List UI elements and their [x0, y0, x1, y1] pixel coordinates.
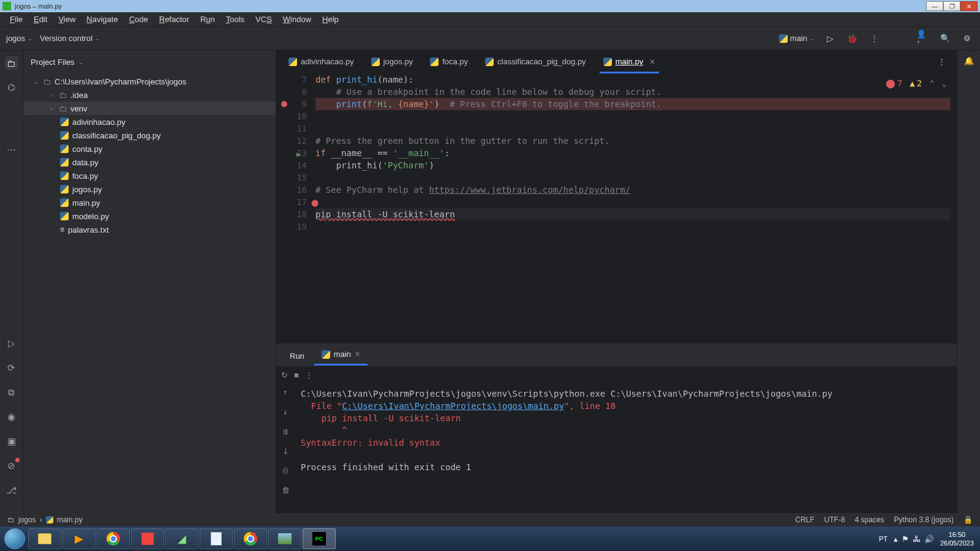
interpreter-label[interactable]: Python 3.8 (jogos): [894, 515, 954, 524]
python-packages-icon[interactable]: ⟳: [5, 361, 18, 375]
menu-navigate[interactable]: Navigate: [81, 13, 123, 26]
tree-file[interactable]: ≡palavras.txt: [23, 223, 276, 236]
taskbar-chrome[interactable]: [97, 528, 130, 549]
tray-arrow-icon[interactable]: ▴: [894, 534, 898, 544]
taskbar-media-player[interactable]: ▶: [62, 528, 96, 549]
clear-icon[interactable]: 🗑: [282, 484, 290, 497]
settings-icon[interactable]: ⚙: [960, 32, 974, 45]
tree-file[interactable]: adivinhacao.py: [23, 115, 276, 129]
inspection-widget[interactable]: ⬤7 ▲2 ⌃ ⌄: [886, 77, 947, 89]
menu-tools[interactable]: Tools: [221, 13, 249, 26]
error-count[interactable]: ⬤7: [886, 77, 902, 89]
rerun-icon[interactable]: ↻: [281, 370, 288, 380]
menu-file[interactable]: File: [5, 13, 28, 26]
code-area[interactable]: def print_hi(name): # Use a breakpoint i…: [312, 73, 957, 343]
menu-help[interactable]: Help: [317, 13, 344, 26]
editor-tab-active[interactable]: main.py✕: [595, 50, 665, 73]
run-tab-config[interactable]: main✕: [314, 345, 368, 365]
taskbar-chrome-2[interactable]: [234, 528, 267, 549]
close-button[interactable]: ✕: [960, 1, 978, 11]
close-tab-icon[interactable]: ✕: [355, 350, 360, 358]
run-config-dropdown[interactable]: main⌄: [779, 34, 815, 43]
expand-icon[interactable]: ›: [48, 92, 55, 99]
expand-icon[interactable]: ›: [48, 105, 55, 112]
structure-tool-icon[interactable]: ⌬: [5, 81, 18, 94]
terminal-tool-icon[interactable]: ▣: [5, 435, 18, 448]
tree-file[interactable]: modelo.py: [23, 209, 276, 223]
editor-tab[interactable]: jogos.py: [363, 50, 421, 73]
problems-tool-icon[interactable]: ⊘: [5, 459, 18, 473]
taskbar-notepad[interactable]: [200, 528, 233, 549]
tree-root[interactable]: ⌄🗀C:\Users\Ivan\PycharmProjects\jogos: [23, 75, 276, 88]
warning-count[interactable]: ▲2: [910, 77, 922, 89]
next-highlight-icon[interactable]: ⌄: [942, 77, 947, 89]
menu-refactor[interactable]: Refactor: [154, 13, 194, 26]
taskbar-clock[interactable]: 16:50 26/05/2023: [940, 530, 974, 547]
tray-flag-icon[interactable]: ⚑: [902, 534, 909, 544]
services-tool-icon[interactable]: ⧉: [5, 386, 18, 399]
run-button[interactable]: ▷: [823, 32, 837, 45]
indent-label[interactable]: 4 spaces: [855, 515, 884, 524]
tree-file[interactable]: main.py: [23, 196, 276, 209]
vcs-tool-icon[interactable]: ⎇: [5, 484, 18, 497]
breadcrumb[interactable]: 🗀jogos › main.py: [7, 515, 83, 524]
menu-window[interactable]: Window: [278, 13, 316, 26]
search-everywhere-icon[interactable]: 🔍: [938, 32, 952, 45]
menu-edit[interactable]: Edit: [29, 13, 52, 26]
editor-tab[interactable]: classificacao_pig_dog.py: [477, 50, 595, 73]
maximize-button[interactable]: ❐: [943, 1, 960, 11]
debug-button[interactable]: 🐞: [845, 32, 859, 45]
language-indicator[interactable]: PT: [879, 535, 888, 542]
breakpoint-icon[interactable]: [281, 101, 287, 107]
menu-view[interactable]: View: [53, 13, 80, 26]
soft-wrap-icon[interactable]: ⇶: [283, 425, 288, 438]
prev-highlight-icon[interactable]: ⌃: [929, 77, 934, 89]
more-icon[interactable]: ⋮: [305, 370, 313, 380]
down-stack-icon[interactable]: ↓: [283, 406, 288, 418]
taskbar-pycharm[interactable]: PC: [303, 528, 336, 549]
editor-tab[interactable]: foca.py: [421, 50, 477, 73]
tree-file[interactable]: foca.py: [23, 169, 276, 182]
start-button[interactable]: [2, 527, 27, 551]
tray-network-icon[interactable]: 🖧: [913, 534, 921, 544]
project-tool-icon[interactable]: 🗀: [5, 56, 18, 70]
file-link[interactable]: C:\Users\Ivan\PycharmProjects\jogos\main…: [342, 401, 564, 411]
python-console-icon[interactable]: ◉: [5, 410, 18, 424]
tab-more-icon[interactable]: ⋮: [935, 55, 948, 69]
editor-tab[interactable]: adivinhacao.py: [280, 50, 363, 73]
scroll-end-icon[interactable]: ⤓: [282, 445, 289, 457]
system-tray[interactable]: ▴ ⚑ 🖧 🔊: [894, 534, 934, 544]
tree-folder-idea[interactable]: ›🗀.idea: [23, 88, 276, 102]
taskbar-anydesk[interactable]: [131, 528, 164, 549]
more-run-icon[interactable]: ⋮: [867, 32, 881, 45]
code-with-me-icon[interactable]: 👤⁺: [916, 32, 930, 45]
tray-volume-icon[interactable]: 🔊: [924, 534, 934, 544]
notifications-icon[interactable]: 🔔: [964, 56, 974, 66]
menu-code[interactable]: Code: [124, 13, 153, 26]
readonly-lock-icon[interactable]: 🔒: [963, 515, 973, 524]
tree-file[interactable]: jogos.py: [23, 182, 276, 196]
print-icon[interactable]: ⎙: [283, 465, 288, 477]
tree-file[interactable]: conta.py: [23, 142, 276, 156]
run-output[interactable]: C:\Users\Ivan\PycharmProjects\jogos\venv…: [295, 384, 957, 513]
menu-vcs[interactable]: VCS: [251, 13, 277, 26]
vcs-dropdown[interactable]: Version control⌄: [40, 34, 100, 43]
run-tool-icon[interactable]: ▷: [5, 337, 18, 350]
run-gutter-icon[interactable]: ▶: [296, 148, 301, 160]
encoding-label[interactable]: UTF-8: [824, 515, 845, 524]
error-gutter-icon[interactable]: ⬤: [311, 197, 318, 209]
up-stack-icon[interactable]: ↑: [283, 386, 288, 399]
minimize-button[interactable]: —: [926, 1, 943, 11]
line-sep-label[interactable]: CRLF: [795, 515, 814, 524]
more-tool-icon[interactable]: ⋯: [5, 143, 18, 156]
run-tab-label[interactable]: Run: [282, 347, 312, 365]
editor[interactable]: 7 8 9 10 11 12 ▶13 14 15 16 ⬤17 18 19 de…: [276, 73, 957, 343]
menu-run[interactable]: Run: [195, 13, 220, 26]
taskbar-photos[interactable]: [268, 528, 301, 549]
collapse-icon[interactable]: ⌄: [32, 78, 39, 85]
project-dropdown[interactable]: jogos⌄: [6, 34, 32, 43]
taskbar-app[interactable]: ◢: [165, 528, 198, 549]
tree-folder-venv[interactable]: ›🗀venv: [23, 102, 276, 115]
project-panel-header[interactable]: Project Files ⌄: [23, 50, 276, 73]
tree-file[interactable]: data.py: [23, 156, 276, 169]
